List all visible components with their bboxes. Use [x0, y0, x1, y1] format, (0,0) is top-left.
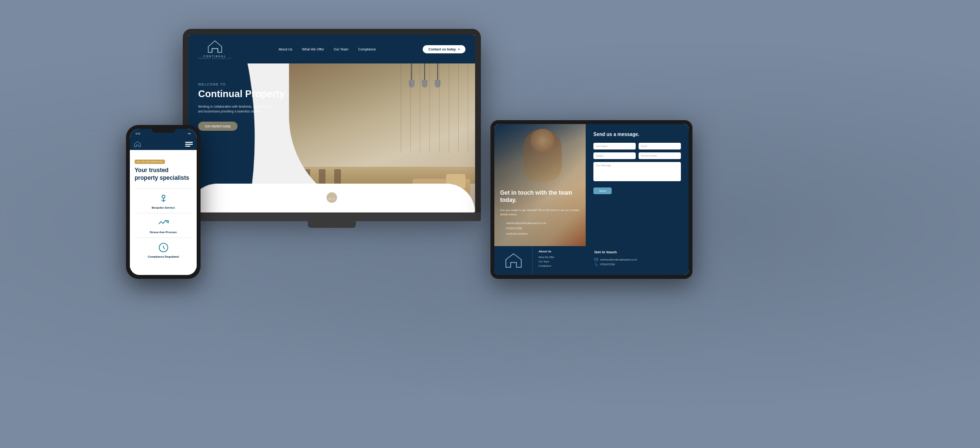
mobile-outer: 9:41 ▪▪▪ ALL-IN-ONE SERVICES Your truste… — [126, 125, 201, 279]
mobile-device: 9:41 ▪▪▪ ALL-IN-ONE SERVICES Your truste… — [126, 125, 201, 279]
hero-content: WELCOME TO Continual Property Working in… — [198, 83, 285, 131]
form-title: Send us a message. — [593, 132, 681, 137]
tablet-screen: Get in touch with the team today. Are yo… — [494, 124, 689, 275]
footer-contact-column: Get in touch solutions@continualproperty… — [589, 246, 689, 275]
mobile-hero-title: Your trusted property specialists — [135, 167, 192, 182]
footer-logo-area — [494, 246, 533, 275]
laptop-hero: WELCOME TO Continual Property Working in… — [188, 63, 475, 212]
phone-icon — [500, 227, 504, 231]
footer-phone-icon — [594, 262, 598, 266]
laptop-logo-icon — [206, 39, 224, 54]
contact-phone-row: 07534371556 — [500, 226, 580, 231]
form-phone-input[interactable]: Phone Number — [639, 152, 681, 159]
mobile-notch — [151, 129, 176, 133]
tablet-contact-text: Get in touch with the team today. Are yo… — [500, 189, 580, 236]
tablet-top-section: Get in touch with the team today. Are yo… — [494, 124, 689, 246]
wood-panels — [401, 63, 475, 153]
contact-social-row: continual_property — [500, 231, 580, 236]
footer-contact-phone: 07534371556 — [594, 262, 683, 267]
tablet-contact-desc: Are you ready to get started? Fill in th… — [500, 208, 580, 217]
form-message-textarea[interactable]: Your Message — [593, 162, 681, 181]
nav-link-offer[interactable]: What We Offer — [302, 48, 324, 51]
footer-email-icon — [594, 258, 598, 261]
service-3-label: Compliance Regulated — [148, 255, 179, 258]
laptop-screen-outer: CONTINUAL PROPERTY SOLUTIONS LTD About U… — [183, 29, 481, 212]
footer-link-offer[interactable]: What We Offer — [539, 255, 583, 260]
service-1-label: Bespoke Service — [151, 206, 175, 209]
tablet-outer: Get in touch with the team today. Are yo… — [490, 120, 692, 279]
hero-welcome: WELCOME TO — [198, 83, 285, 86]
mobile-content: ALL-IN-ONE SERVICES Your trusted propert… — [130, 150, 197, 268]
mobile-nav — [130, 138, 197, 150]
menu-line-1 — [185, 142, 193, 143]
svg-rect-6 — [595, 258, 598, 261]
laptop-device: CONTINUAL PROPERTY SOLUTIONS LTD About U… — [183, 29, 481, 228]
contact-email-row: solutions@continualproperty.co.uk — [500, 221, 580, 226]
footer-logo-icon — [504, 252, 523, 269]
laptop-stand — [308, 221, 356, 228]
nav-link-about[interactable]: About Us — [278, 48, 292, 51]
compliance-icon — [158, 242, 169, 253]
mobile-logo-icon — [134, 141, 141, 148]
stress-free-icon — [158, 217, 169, 229]
scroll-down-indicator[interactable]: ⌄⌄ — [327, 192, 337, 203]
tablet-contact-title: Get in touch with the team today. — [500, 189, 580, 204]
tablet-footer: About Us What We Offer Our Team Complian… — [494, 246, 689, 275]
hero-description: Working in collaboration with landlords,… — [198, 104, 275, 114]
svg-rect-2 — [501, 222, 504, 224]
laptop-nav-links: About Us What We Offer Our Team Complian… — [278, 48, 376, 51]
form-row-1: Your Name Email — [593, 143, 681, 149]
form-send-button[interactable]: Send — [593, 187, 612, 194]
footer-contact-email: solutions@continualproperty.co.uk — [594, 257, 683, 262]
mobile-service-1: Bespoke Service — [135, 188, 192, 213]
email-icon — [500, 222, 504, 225]
laptop-screen: CONTINUAL PROPERTY SOLUTIONS LTD About U… — [188, 35, 475, 212]
mobile-service-2: Stress-free Process — [135, 213, 192, 237]
menu-line-2 — [185, 144, 193, 145]
tablet-device: Get in touch with the team today. Are yo… — [490, 120, 692, 279]
mobile-time: 9:41 — [136, 132, 140, 135]
mobile-screen: 9:41 ▪▪▪ ALL-IN-ONE SERVICES Your truste… — [130, 129, 197, 275]
svg-point-5 — [503, 233, 503, 234]
form-subject-input[interactable]: Subject — [593, 152, 636, 159]
footer-link-team[interactable]: Our Team — [539, 260, 583, 264]
menu-line-3 — [185, 146, 190, 147]
nav-link-team[interactable]: Our Team — [334, 48, 349, 51]
laptop-logo-subtext: PROPERTY SOLUTIONS LTD — [198, 58, 232, 60]
svg-point-4 — [502, 233, 503, 235]
mobile-service-3: Compliance Regulated — [135, 237, 192, 262]
footer-link-compliance[interactable]: Compliance — [539, 264, 583, 268]
form-row-2: Subject Phone Number — [593, 152, 681, 159]
tablet-contact-info: solutions@continualproperty.co.uk 075343… — [500, 221, 580, 236]
tablet-form-area: Send us a message. Your Name Email Sub — [586, 124, 689, 246]
footer-contact-title: Get in touch — [594, 250, 683, 254]
laptop-logo: CONTINUAL PROPERTY SOLUTIONS LTD — [198, 39, 232, 60]
svg-point-0 — [162, 195, 165, 198]
instagram-icon — [500, 232, 504, 236]
laptop-nav: CONTINUAL PROPERTY SOLUTIONS LTD About U… — [188, 35, 475, 63]
hero-cta-button[interactable]: Get started today — [198, 122, 238, 131]
laptop-base — [183, 212, 481, 221]
contact-phone-text: 07534371556 — [506, 226, 522, 231]
contact-social-text: continual_property — [506, 231, 528, 236]
contact-email-text: solutions@continualproperty.co.uk — [506, 221, 546, 226]
form-email-input[interactable]: Email — [639, 143, 681, 149]
bespoke-service-icon — [158, 193, 169, 204]
form-name-input[interactable]: Your Name — [593, 143, 636, 149]
footer-nav-column: About Us What We Offer Our Team Complian… — [533, 246, 589, 275]
mobile-menu-button[interactable] — [185, 142, 193, 147]
mobile-status-icons: ▪▪▪ — [188, 132, 191, 135]
service-2-label: Stress-free Process — [150, 231, 176, 234]
nav-cta-button[interactable]: Contact us today ≡ — [423, 45, 465, 53]
hero-title: Continual Property — [198, 88, 285, 100]
tablet-photo-area: Get in touch with the team today. Are yo… — [494, 124, 586, 246]
footer-nav-title: About Us — [539, 250, 583, 253]
nav-link-compliance[interactable]: Compliance — [358, 48, 376, 51]
mobile-services-badge: ALL-IN-ONE SERVICES — [135, 160, 165, 164]
